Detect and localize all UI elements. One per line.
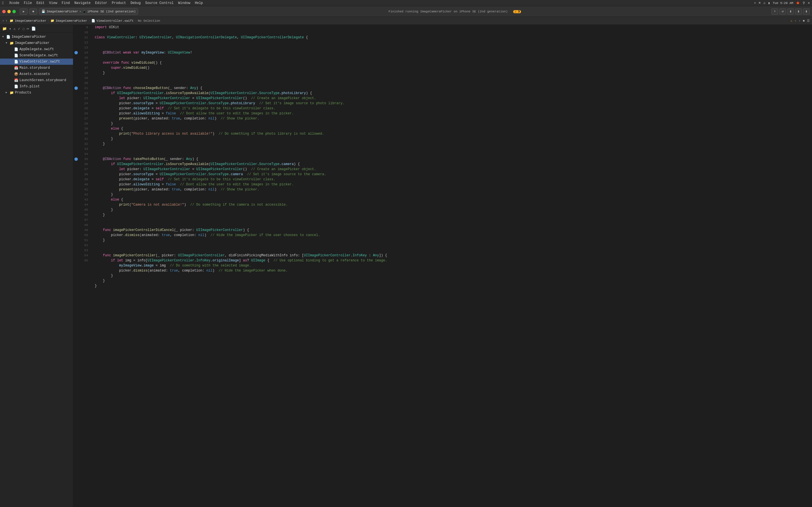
ln-29: 29	[79, 126, 90, 131]
sidebar-label-group-main: ImageCameraPicker	[15, 41, 49, 45]
code-line-55: if let img = info[UIImagePickerControlle…	[93, 258, 812, 263]
ln-21: 21	[79, 86, 90, 91]
code-line-40: picker.allowsEditing = false // Dont all…	[93, 182, 812, 187]
menu-source-control[interactable]: Source Control	[145, 1, 174, 5]
sidebar-icon-debug[interactable]: ◌	[22, 26, 24, 31]
menu-window[interactable]: Window	[178, 1, 190, 5]
code-line-20	[93, 80, 812, 86]
spacer-icon	[10, 73, 13, 75]
breakpoint-21[interactable]	[74, 87, 78, 90]
breadcrumb-project[interactable]: ImageCameraPicker	[15, 19, 46, 22]
inspector-button[interactable]: ▮	[795, 8, 802, 15]
ln-48: 48	[79, 223, 90, 228]
forward-arrow-icon[interactable]: ›	[5, 19, 7, 23]
breakpoint-14[interactable]	[74, 51, 78, 54]
warning-badge[interactable]: ⚠ 3	[513, 10, 521, 13]
sidebar-icon-breakpoint[interactable]: ↦	[27, 26, 29, 31]
sidebar-item-assets[interactable]: 📦 Assets.xcassets	[0, 71, 73, 77]
sidebar-item-mainstoryboard[interactable]: 📅 Main.storyboard	[0, 65, 73, 71]
sidebar-item-viewcontroller[interactable]: 📄 ViewController.swift	[0, 59, 73, 65]
screen-layout-button[interactable]: ⇄	[779, 8, 786, 15]
code-line-32: }	[93, 142, 812, 147]
ln-42: 42	[79, 192, 90, 197]
ln-27: 27	[79, 116, 90, 121]
code-lines[interactable]: import UIKit class ViewController: UIVie…	[93, 25, 812, 507]
code-line-48	[93, 223, 812, 228]
code-line-19	[93, 75, 812, 80]
assets-icon: 📦	[14, 72, 18, 76]
breakpoint-35[interactable]	[74, 158, 78, 161]
swift-file-icon: 📄	[14, 47, 18, 52]
menu-help[interactable]: Help	[195, 1, 203, 5]
maximize-button[interactable]	[12, 10, 16, 13]
menu-product[interactable]: Product	[112, 1, 126, 5]
apple-menu[interactable]: 	[2, 1, 4, 5]
code-line-22: if UIImagePickerController.isSourceTypeA…	[93, 91, 812, 96]
gutter-17	[73, 65, 79, 70]
sidebar-icon-test[interactable]: ✓	[18, 26, 20, 31]
menu-xcode[interactable]: Xcode	[9, 1, 19, 5]
code-editor[interactable]: 9 10 11 12 13 14 15 16 17 18 19 20 21 22…	[73, 25, 812, 507]
ln-12: 12	[79, 40, 90, 45]
ln-26: 26	[79, 111, 90, 116]
sidebar-item-launchscreen[interactable]: 📅 LaunchScreen.storyboard	[0, 77, 73, 83]
close-button[interactable]	[2, 10, 6, 13]
gutter-19	[73, 75, 79, 80]
stop-button[interactable]: ■	[29, 8, 37, 15]
code-line-53	[93, 248, 812, 253]
code-line-29: else {	[93, 126, 812, 131]
spacer-icon	[10, 66, 13, 69]
ln-49: 49	[79, 228, 90, 233]
ln-37: 37	[79, 167, 90, 172]
sidebar: 📁 ✦ ⚠ ✓ ◌ ↦ 📄 ▼ 📄 ImageCameraPicker ▼ 📁 …	[0, 25, 73, 507]
sidebar-icon-warning[interactable]: ⚠	[13, 26, 16, 31]
ln-30: 30	[79, 131, 90, 136]
navigator-button[interactable]: ▮	[787, 8, 794, 15]
control-strip-icon[interactable]: ≡	[808, 1, 810, 5]
menu-editor[interactable]: Editor	[95, 1, 107, 5]
menu-file[interactable]: File	[24, 1, 32, 5]
sidebar-item-infoplist[interactable]: 📄 Info.plist	[0, 83, 73, 90]
sidebar-icon-source[interactable]: ✦	[9, 26, 11, 31]
sidebar-icon-report[interactable]: 📄	[31, 26, 36, 31]
toolbar: ▶ ■ 💾 ImageCameraPicker › 📱 iPhone SE (2…	[0, 6, 812, 17]
sidebar-icon-folder[interactable]: 📁	[2, 26, 7, 31]
gutter-12	[73, 40, 79, 45]
toolbar-status-area: Finished running ImageCameraPicker on iP…	[140, 10, 770, 13]
menu-find[interactable]: Find	[62, 1, 70, 5]
code-line-43: else {	[93, 197, 812, 202]
code-line-50: picker.dismiss(animated: true, completio…	[93, 233, 812, 238]
code-line-35: @IBAction func takePhotoButton(_ sender:…	[93, 157, 812, 162]
breadcrumb-selection[interactable]: No Selection	[138, 19, 160, 22]
gutter-35	[73, 157, 79, 162]
menu-edit[interactable]: Edit	[36, 1, 45, 5]
code-line-41: present(picker, animated: true, completi…	[93, 187, 812, 192]
breadcrumb-group[interactable]: ImageCameraPicker	[56, 19, 87, 22]
breadcrumb-nav-prev[interactable]: ‹	[795, 19, 797, 22]
menu-view[interactable]: View	[49, 1, 57, 5]
sidebar-item-root[interactable]: ▼ 📄 ImageCameraPicker	[0, 34, 73, 40]
swift-file-icon-2: 📄	[14, 54, 18, 58]
sidebar-item-group-main[interactable]: ▼ 📁 ImageCameraPicker	[0, 40, 73, 46]
sidebar-item-scenedelegate[interactable]: 📄 SceneDelegate.swift	[0, 52, 73, 59]
layout-icon[interactable]: ■	[803, 19, 805, 22]
add-button[interactable]: +	[771, 8, 778, 15]
sidebar-item-products[interactable]: ► 📁 Products	[0, 90, 73, 96]
search-icon[interactable]: ⚲	[803, 1, 805, 5]
run-button[interactable]: ▶	[20, 8, 28, 15]
breadcrumb-file[interactable]: ViewController.swift	[96, 19, 134, 22]
menu-debug[interactable]: Debug	[131, 1, 141, 5]
gutter-29	[73, 126, 79, 131]
scheme-icon: 💾	[42, 10, 45, 13]
menu-navigate[interactable]: Navigate	[74, 1, 91, 5]
back-arrow-icon[interactable]: ‹	[2, 19, 4, 23]
inspector-toggle[interactable]: ☰	[807, 19, 810, 22]
gutter-31	[73, 136, 79, 142]
sidebar-label-appdelegate: AppDelegate.swift	[19, 47, 54, 51]
sidebar-item-appdelegate[interactable]: 📄 AppDelegate.swift	[0, 46, 73, 52]
scheme-selector[interactable]: 💾 ImageCameraPicker › 📱 iPhone SE (2nd g…	[39, 8, 138, 15]
minimize-button[interactable]	[7, 10, 11, 13]
breadcrumb-nav-next[interactable]: ›	[799, 19, 801, 22]
code-line-39: picker.delegate = self // Set it's deleg…	[93, 177, 812, 182]
debug-button[interactable]: ▮	[803, 8, 810, 15]
